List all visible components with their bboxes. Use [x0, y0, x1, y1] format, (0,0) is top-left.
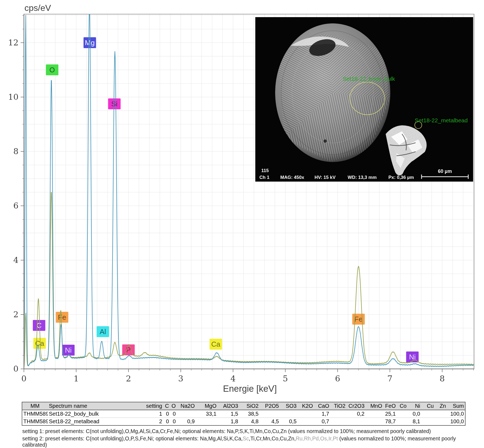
table-cell — [177, 410, 196, 418]
sem-info-px: Px: 0,36 µm — [388, 175, 414, 180]
table-cell: 0 — [170, 418, 177, 426]
y-tick-label: 0 — [13, 364, 18, 374]
x-tick-label: 4 — [230, 374, 235, 383]
table-cell — [298, 410, 314, 418]
x-tick-label: 1 — [74, 374, 79, 383]
column-header: setting — [142, 402, 163, 410]
table-cell: 0,9 — [177, 418, 196, 426]
table-cell: 1,8 — [218, 418, 239, 426]
table-row: THMM589Set18-22_body_bulk10033,11,538,51… — [22, 410, 465, 418]
y-tick-label: 4 — [13, 255, 18, 265]
column-header: C — [163, 402, 170, 410]
composition-table-wrap: MMSpectrum namesettingCONa2OMgOAl2O3SiO2… — [22, 402, 465, 426]
sem-info-hv: HV: 15 kV — [315, 175, 336, 180]
column-header: P2O5 — [260, 402, 280, 410]
table-cell — [366, 418, 383, 426]
sem-info-id: 115 — [261, 168, 269, 173]
table-cell: 100,0 — [447, 410, 465, 418]
svg-text:Ca: Ca — [211, 340, 221, 348]
column-header: Ni — [408, 402, 421, 410]
sem-info-wd: WD: 13,3 mm — [348, 175, 377, 180]
column-header: MgO — [196, 402, 218, 410]
column-header: SO3 — [280, 402, 298, 410]
sem-spherule — [272, 20, 394, 167]
column-header: FeO — [383, 402, 397, 410]
y-tick-label: 10 — [8, 92, 18, 102]
table-cell: Set18-22_body_bulk — [48, 410, 142, 418]
column-header: Cr2O3 — [347, 402, 366, 410]
element-label-C: C — [33, 320, 45, 331]
table-row: THMM589Set18-22_metalbead2000,91,84,84,5… — [22, 418, 465, 426]
footnote-segment: Sc — [243, 435, 249, 441]
y-axis-title: cps/eV — [24, 3, 51, 13]
column-header: O — [170, 402, 177, 410]
x-tick-label: 3 — [178, 374, 183, 383]
x-tick-label: 6 — [335, 374, 340, 383]
column-header: Zn — [435, 402, 447, 410]
table-cell: 2 — [142, 418, 163, 426]
table-cell: Set18-22_metalbead — [48, 418, 142, 426]
table-cell: 0 — [163, 410, 170, 418]
table-cell — [435, 418, 447, 426]
y-tick-label: 12 — [8, 38, 18, 47]
x-tick-label: 5 — [283, 374, 288, 383]
column-header: CaO — [314, 402, 330, 410]
table-cell: 8,1 — [408, 418, 421, 426]
table-cell — [330, 418, 347, 426]
column-header: Spectrum name — [48, 402, 142, 410]
element-label-Si: Si — [108, 98, 121, 109]
table-cell: 1 — [142, 410, 163, 418]
table-cell: 0 — [163, 418, 170, 426]
footnote-segment: ,Ti,Cr,Mn,Co,Cu,Zn, — [249, 435, 296, 441]
x-axis-title: Energie [keV] — [223, 384, 277, 394]
element-label-Al: Al — [97, 326, 109, 337]
y-tick-label: 2 — [13, 310, 18, 319]
column-header: Sum — [447, 402, 465, 410]
y-tick-label: 8 — [13, 147, 18, 156]
column-header: Co — [397, 402, 408, 410]
table-cell: 100,0 — [447, 418, 465, 426]
x-tick-label: 8 — [439, 374, 445, 383]
metalbead-annotation: Set18-22_metalbead — [415, 117, 468, 124]
element-label-Ca: Ca — [209, 339, 222, 350]
footnote-segment: Ru,Rh,Pd,Os,Ir,Pt — [296, 435, 338, 441]
svg-text:Fe: Fe — [58, 313, 66, 321]
sem-info-channel: Ch 1 — [259, 175, 269, 180]
element-label-Fe: Fe — [56, 312, 68, 323]
column-header: MnO — [366, 402, 383, 410]
table-cell: 0,2 — [347, 410, 366, 418]
element-label-P: P — [122, 344, 135, 355]
table-header-row: MMSpectrum namesettingCONa2OMgOAl2O3SiO2… — [22, 402, 465, 410]
table-cell: 38,5 — [239, 410, 260, 418]
svg-text:Si: Si — [111, 100, 117, 108]
table-cell — [280, 410, 298, 418]
column-header: Al2O3 — [218, 402, 239, 410]
sem-info-mag: MAG: 450x — [280, 175, 304, 180]
eds-report-page: 012345678024681012Energie [keV]cps/eVMgO… — [0, 0, 484, 448]
table-cell — [347, 418, 366, 426]
footnote-setting-1: setting 1: preset elements: C(not unfold… — [22, 428, 473, 434]
body-bulk-annotation: Set18-22_body_bulk — [343, 76, 395, 82]
column-header: Cu — [421, 402, 435, 410]
table-cell: 4,5 — [260, 418, 280, 426]
column-header: MM — [22, 402, 48, 410]
table-cell — [260, 410, 280, 418]
table-cell — [366, 410, 383, 418]
table-cell: 0,5 — [280, 418, 298, 426]
element-label-Fe: Fe — [352, 314, 365, 325]
column-header: K2O — [298, 402, 314, 410]
table-cell — [421, 410, 435, 418]
y-tick-label: 6 — [13, 201, 18, 210]
table-cell: 33,1 — [196, 410, 218, 418]
table-cell — [421, 418, 435, 426]
table-cell: THMM589 — [22, 410, 48, 418]
table-cell: 1,5 — [218, 410, 239, 418]
composition-table: MMSpectrum namesettingCONa2OMgOAl2O3SiO2… — [22, 402, 466, 426]
svg-text:Ni: Ni — [65, 346, 72, 354]
footnote-segment: setting 2: preset elements: C(not unfold… — [22, 435, 243, 441]
x-tick-label: 2 — [126, 374, 131, 383]
table-cell — [330, 410, 347, 418]
table-cell: THMM589 — [22, 418, 48, 426]
table-cell: 0,7 — [314, 418, 330, 426]
table-cell: 0,0 — [408, 410, 421, 418]
